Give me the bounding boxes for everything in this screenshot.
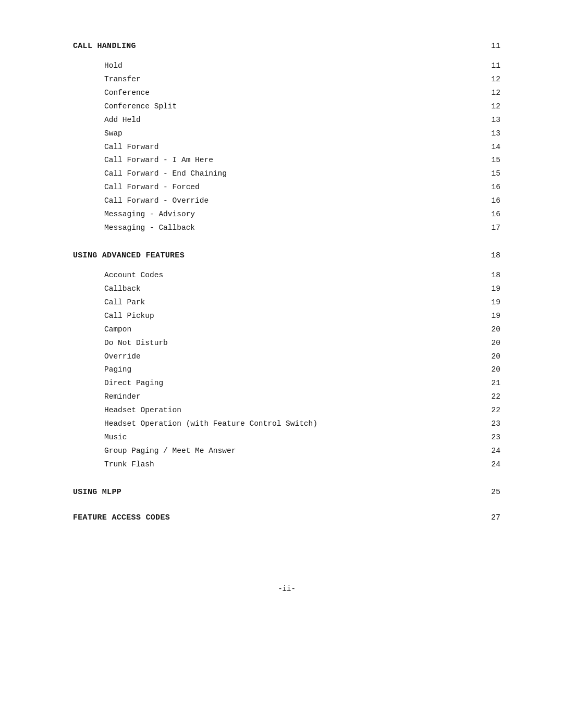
section-using-mlpp: USING MLPP25 bbox=[73, 488, 500, 497]
toc-entry: Callback19 bbox=[104, 283, 500, 295]
entry-label: Headset Operation (with Feature Control … bbox=[104, 418, 317, 430]
entry-label: Call Forward - I Am Here bbox=[104, 154, 213, 167]
section-title-call-handling: CALL HANDLING bbox=[73, 42, 136, 51]
entry-label: Swap bbox=[104, 128, 123, 140]
section-page-using-mlpp: 25 bbox=[491, 488, 500, 497]
entry-label: Messaging - Callback bbox=[104, 222, 195, 235]
entry-label: Music bbox=[104, 431, 127, 444]
section-header-feature-access-codes: FEATURE ACCESS CODES27 bbox=[73, 513, 500, 522]
toc-entry: Do Not Disturb20 bbox=[104, 337, 500, 350]
table-of-contents: CALL HANDLING11Hold11Transfer12Conferenc… bbox=[73, 42, 500, 522]
entry-label: Do Not Disturb bbox=[104, 337, 168, 350]
entry-label: Override bbox=[104, 351, 141, 363]
toc-entry: Headset Operation (with Feature Control … bbox=[104, 418, 500, 430]
section-page-call-handling: 11 bbox=[491, 42, 500, 51]
entry-page: 12 bbox=[485, 101, 500, 113]
toc-entry: Reminder22 bbox=[104, 391, 500, 403]
section-header-call-handling: CALL HANDLING11 bbox=[73, 42, 500, 51]
entry-label: Conference Split bbox=[104, 101, 177, 113]
toc-entry: Call Forward14 bbox=[104, 141, 500, 154]
toc-entry: Add Held13 bbox=[104, 114, 500, 127]
entry-page: 19 bbox=[485, 297, 500, 309]
entry-label: Trunk Flash bbox=[104, 459, 154, 471]
toc-entry: Call Forward - I Am Here15 bbox=[104, 154, 500, 167]
toc-entry: Paging20 bbox=[104, 364, 500, 376]
toc-entry: Trunk Flash24 bbox=[104, 459, 500, 471]
entry-page: 16 bbox=[485, 195, 500, 207]
entry-page: 20 bbox=[485, 351, 500, 363]
entry-label: Hold bbox=[104, 60, 123, 72]
section-title-using-advanced-features: USING ADVANCED FEATURES bbox=[73, 251, 185, 260]
entry-page: 13 bbox=[485, 128, 500, 140]
entry-label: Call Park bbox=[104, 297, 145, 309]
toc-entry: Hold11 bbox=[104, 60, 500, 72]
entry-page: 24 bbox=[485, 445, 500, 458]
section-feature-access-codes: FEATURE ACCESS CODES27 bbox=[73, 513, 500, 522]
entry-label: Callback bbox=[104, 283, 141, 295]
entry-page: 16 bbox=[485, 181, 500, 194]
entry-page: 23 bbox=[485, 418, 500, 430]
toc-entry: Headset Operation22 bbox=[104, 404, 500, 417]
entry-page: 17 bbox=[485, 222, 500, 235]
entry-page: 21 bbox=[485, 377, 500, 390]
entry-label: Account Codes bbox=[104, 269, 163, 282]
entry-page: 18 bbox=[485, 269, 500, 282]
toc-entry: Call Pickup19 bbox=[104, 310, 500, 323]
entry-label: Conference bbox=[104, 87, 150, 100]
entry-label: Call Forward - Override bbox=[104, 195, 209, 207]
section-title-feature-access-codes: FEATURE ACCESS CODES bbox=[73, 513, 170, 522]
toc-entry: Call Forward - Override16 bbox=[104, 195, 500, 207]
entry-label: Headset Operation bbox=[104, 404, 181, 417]
entry-page: 19 bbox=[485, 283, 500, 295]
entry-page: 20 bbox=[485, 337, 500, 350]
toc-entry: Override20 bbox=[104, 351, 500, 363]
toc-entry: Music23 bbox=[104, 431, 500, 444]
entry-page: 20 bbox=[485, 324, 500, 336]
entry-label: Paging bbox=[104, 364, 131, 376]
section-title-using-mlpp: USING MLPP bbox=[73, 488, 121, 497]
entry-label: Call Forward bbox=[104, 141, 158, 154]
entry-page: 12 bbox=[485, 73, 500, 86]
toc-entry: Campon20 bbox=[104, 324, 500, 336]
entries-using-advanced-features: Account Codes18Callback19Call Park19Call… bbox=[104, 269, 500, 471]
entry-label: Transfer bbox=[104, 73, 141, 86]
entry-label: Add Held bbox=[104, 114, 141, 127]
entry-page: 19 bbox=[485, 310, 500, 323]
entry-page: 15 bbox=[485, 168, 500, 180]
section-page-using-advanced-features: 18 bbox=[491, 251, 500, 260]
entry-page: 15 bbox=[485, 154, 500, 167]
entry-page: 24 bbox=[485, 459, 500, 471]
entry-page: 13 bbox=[485, 114, 500, 127]
toc-entry: Conference12 bbox=[104, 87, 500, 100]
entry-page: 12 bbox=[485, 87, 500, 100]
entry-page: 20 bbox=[485, 364, 500, 376]
entry-label: Reminder bbox=[104, 391, 141, 403]
toc-entry: Messaging - Advisory16 bbox=[104, 208, 500, 221]
entry-page: 14 bbox=[485, 141, 500, 154]
toc-entry: Account Codes18 bbox=[104, 269, 500, 282]
entry-label: Messaging - Advisory bbox=[104, 208, 195, 221]
entry-page: 23 bbox=[485, 431, 500, 444]
entry-label: Campon bbox=[104, 324, 131, 336]
toc-entry: Direct Paging21 bbox=[104, 377, 500, 390]
toc-entry: Call Forward - End Chaining15 bbox=[104, 168, 500, 180]
section-call-handling: CALL HANDLING11Hold11Transfer12Conferenc… bbox=[73, 42, 500, 235]
entry-label: Call Forward - End Chaining bbox=[104, 168, 227, 180]
toc-entry: Group Paging / Meet Me Answer24 bbox=[104, 445, 500, 458]
toc-entry: Call Park19 bbox=[104, 297, 500, 309]
section-header-using-advanced-features: USING ADVANCED FEATURES18 bbox=[73, 251, 500, 260]
toc-entry: Transfer12 bbox=[104, 73, 500, 86]
entry-page: 22 bbox=[485, 404, 500, 417]
page-footer: -ii- bbox=[73, 585, 500, 593]
section-page-feature-access-codes: 27 bbox=[491, 513, 500, 522]
entries-call-handling: Hold11Transfer12Conference12Conference S… bbox=[104, 60, 500, 235]
section-using-advanced-features: USING ADVANCED FEATURES18Account Codes18… bbox=[73, 251, 500, 471]
entry-label: Call Pickup bbox=[104, 310, 154, 323]
entry-label: Group Paging / Meet Me Answer bbox=[104, 445, 236, 458]
entry-label: Direct Paging bbox=[104, 377, 163, 390]
toc-entry: Call Forward - Forced16 bbox=[104, 181, 500, 194]
toc-entry: Conference Split12 bbox=[104, 101, 500, 113]
toc-entry: Messaging - Callback17 bbox=[104, 222, 500, 235]
entry-label: Call Forward - Forced bbox=[104, 181, 200, 194]
toc-entry: Swap13 bbox=[104, 128, 500, 140]
